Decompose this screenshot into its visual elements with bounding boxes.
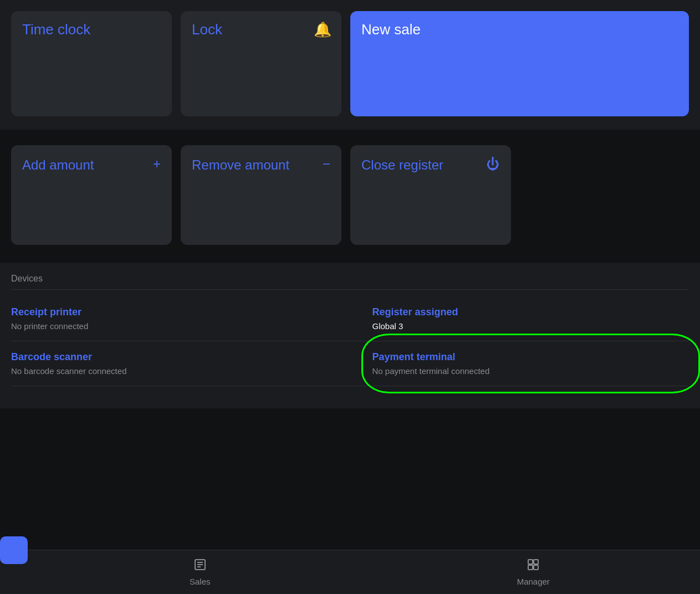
barcode-scanner-status: No barcode scanner connected	[11, 366, 328, 376]
lock-tile[interactable]: Lock 🔔	[181, 11, 341, 116]
devices-title: Devices	[11, 274, 689, 290]
remove-amount-label: Remove amount	[192, 157, 289, 172]
payment-terminal-item: Payment terminal No payment terminal con…	[350, 341, 689, 386]
nav-sales[interactable]: Sales	[33, 558, 367, 586]
close-register-label: Close register	[361, 157, 443, 172]
manager-label: Manager	[517, 577, 550, 586]
svg-rect-7	[534, 565, 538, 570]
sales-icon	[193, 558, 207, 575]
sales-label: Sales	[190, 577, 211, 586]
lock-label: Lock	[192, 21, 222, 38]
add-amount-tile[interactable]: Add amount +	[11, 145, 172, 245]
top-section: Time clock Lock 🔔 New sale	[0, 0, 700, 130]
close-register-icon: ⏻	[487, 156, 500, 172]
time-clock-label: Time clock	[22, 21, 90, 38]
nav-active-indicator	[0, 536, 28, 564]
barcode-scanner-name: Barcode scanner	[11, 351, 328, 363]
new-sale-tile[interactable]: New sale	[350, 11, 689, 116]
devices-section: Devices Receipt printer No printer conne…	[0, 263, 700, 408]
svg-rect-5	[534, 560, 538, 564]
register-assigned-name: Register assigned	[372, 306, 678, 318]
devices-grid: Receipt printer No printer connected Reg…	[11, 296, 689, 386]
close-register-tile[interactable]: Close register ⏻	[350, 145, 511, 245]
middle-section: Add amount + Remove amount − Close regis…	[0, 130, 700, 263]
remove-amount-tile[interactable]: Remove amount −	[181, 145, 341, 245]
payment-terminal-name: Payment terminal	[372, 351, 678, 363]
payment-terminal-status: No payment terminal connected	[372, 366, 678, 376]
receipt-printer-status: No printer connected	[11, 321, 328, 331]
add-amount-label: Add amount	[22, 157, 94, 172]
bottom-nav: Sales Manager	[0, 550, 700, 594]
receipt-printer-item: Receipt printer No printer connected	[11, 296, 350, 341]
register-assigned-item: Register assigned Global 3	[350, 296, 689, 341]
lock-icon: 🔔	[314, 21, 331, 38]
svg-rect-4	[528, 560, 533, 564]
register-assigned-value: Global 3	[372, 321, 678, 331]
manager-icon	[527, 558, 540, 575]
svg-rect-6	[528, 565, 533, 570]
remove-amount-icon: −	[323, 156, 330, 172]
receipt-printer-name: Receipt printer	[11, 306, 328, 318]
nav-manager[interactable]: Manager	[367, 558, 701, 586]
time-clock-tile[interactable]: Time clock	[11, 11, 172, 116]
new-sale-label: New sale	[361, 21, 421, 38]
add-amount-icon: +	[153, 156, 161, 172]
barcode-scanner-item: Barcode scanner No barcode scanner conne…	[11, 341, 350, 386]
